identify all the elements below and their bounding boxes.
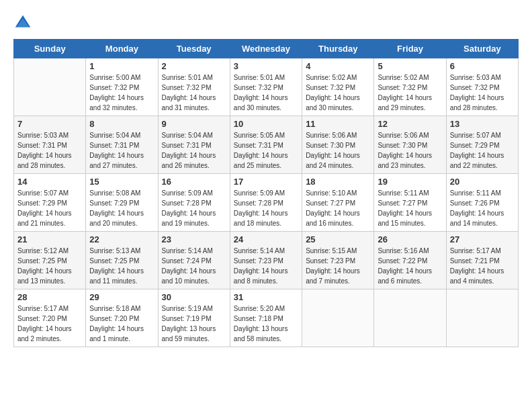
day-info: Sunrise: 5:14 AMSunset: 7:24 PMDaylight:… [162,246,226,286]
day-info: Sunrise: 5:03 AMSunset: 7:31 PMDaylight:… [17,130,82,171]
calendar-day-cell: 14Sunrise: 5:07 AMSunset: 7:29 PMDayligh… [14,174,86,232]
day-number: 23 [162,234,226,244]
weekday-header: Wednesday [230,40,302,58]
day-info: Sunrise: 5:17 AMSunset: 7:20 PMDaylight:… [17,304,82,344]
calendar-day-cell: 24Sunrise: 5:14 AMSunset: 7:23 PMDayligh… [230,232,302,289]
calendar-header: SundayMondayTuesdayWednesdayThursdayFrid… [14,40,519,58]
calendar-day-cell: 20Sunrise: 5:11 AMSunset: 7:26 PMDayligh… [446,174,518,232]
calendar-week-row: 21Sunrise: 5:12 AMSunset: 7:25 PMDayligh… [14,232,519,289]
day-info: Sunrise: 5:18 AMSunset: 7:20 PMDaylight:… [89,304,154,344]
day-number: 4 [306,61,370,71]
day-number: 7 [17,119,82,129]
day-number: 15 [89,177,154,187]
calendar-day-cell: 26Sunrise: 5:16 AMSunset: 7:22 PMDayligh… [374,232,446,289]
day-info: Sunrise: 5:10 AMSunset: 7:27 PMDaylight:… [306,188,370,228]
calendar-day-cell: 13Sunrise: 5:07 AMSunset: 7:29 PMDayligh… [446,116,518,174]
calendar-day-cell: 3Sunrise: 5:01 AMSunset: 7:32 PMDaylight… [230,58,302,116]
day-number: 2 [162,61,226,71]
day-info: Sunrise: 5:06 AMSunset: 7:30 PMDaylight:… [378,130,442,171]
calendar-day-cell: 16Sunrise: 5:09 AMSunset: 7:28 PMDayligh… [158,174,230,232]
calendar-day-cell: 4Sunrise: 5:02 AMSunset: 7:32 PMDaylight… [302,58,374,116]
calendar-day-cell: 10Sunrise: 5:05 AMSunset: 7:31 PMDayligh… [230,116,302,174]
calendar-day-cell: 23Sunrise: 5:14 AMSunset: 7:24 PMDayligh… [158,232,230,289]
weekday-header: Tuesday [158,40,230,58]
calendar-week-row: 7Sunrise: 5:03 AMSunset: 7:31 PMDaylight… [14,116,519,174]
day-info: Sunrise: 5:04 AMSunset: 7:31 PMDaylight:… [89,130,154,171]
day-info: Sunrise: 5:03 AMSunset: 7:32 PMDaylight:… [450,73,515,113]
day-info: Sunrise: 5:09 AMSunset: 7:28 PMDaylight:… [234,188,298,228]
day-info: Sunrise: 5:12 AMSunset: 7:25 PMDaylight:… [17,246,82,286]
day-info: Sunrise: 5:17 AMSunset: 7:21 PMDaylight:… [450,246,515,286]
calendar-day-cell: 30Sunrise: 5:19 AMSunset: 7:19 PMDayligh… [158,289,230,347]
weekday-header: Saturday [446,40,518,58]
calendar-day-cell: 12Sunrise: 5:06 AMSunset: 7:30 PMDayligh… [374,116,446,174]
day-info: Sunrise: 5:06 AMSunset: 7:30 PMDaylight:… [306,130,370,171]
day-number: 30 [162,292,226,302]
day-info: Sunrise: 5:08 AMSunset: 7:29 PMDaylight:… [89,188,154,228]
day-number: 10 [234,119,298,129]
day-number: 24 [234,234,298,244]
day-number: 16 [162,177,226,187]
logo [13,13,35,32]
calendar-day-cell [374,289,446,347]
weekday-header: Monday [86,40,158,58]
calendar-table: SundayMondayTuesdayWednesdayThursdayFrid… [13,39,519,347]
logo-icon [13,13,32,32]
day-number: 6 [450,61,515,71]
weekday-row: SundayMondayTuesdayWednesdayThursdayFrid… [14,40,519,58]
weekday-header: Friday [374,40,446,58]
calendar-day-cell: 5Sunrise: 5:02 AMSunset: 7:32 PMDaylight… [374,58,446,116]
day-info: Sunrise: 5:04 AMSunset: 7:31 PMDaylight:… [162,130,226,171]
day-number: 14 [17,177,82,187]
calendar-day-cell [14,58,86,116]
day-number: 18 [306,177,370,187]
calendar-day-cell [302,289,374,347]
day-info: Sunrise: 5:19 AMSunset: 7:19 PMDaylight:… [162,304,226,344]
day-number: 29 [89,292,154,302]
calendar-body: 1Sunrise: 5:00 AMSunset: 7:32 PMDaylight… [14,58,519,347]
day-info: Sunrise: 5:11 AMSunset: 7:27 PMDaylight:… [378,188,442,228]
calendar-day-cell: 7Sunrise: 5:03 AMSunset: 7:31 PMDaylight… [14,116,86,174]
calendar-day-cell: 11Sunrise: 5:06 AMSunset: 7:30 PMDayligh… [302,116,374,174]
day-number: 21 [17,234,82,244]
calendar-day-cell: 27Sunrise: 5:17 AMSunset: 7:21 PMDayligh… [446,232,518,289]
day-info: Sunrise: 5:05 AMSunset: 7:31 PMDaylight:… [234,130,298,171]
day-info: Sunrise: 5:09 AMSunset: 7:28 PMDaylight:… [162,188,226,228]
day-number: 3 [234,61,298,71]
day-info: Sunrise: 5:07 AMSunset: 7:29 PMDaylight:… [450,130,515,171]
day-number: 22 [89,234,154,244]
day-info: Sunrise: 5:02 AMSunset: 7:32 PMDaylight:… [378,73,442,113]
calendar-day-cell: 22Sunrise: 5:13 AMSunset: 7:25 PMDayligh… [86,232,158,289]
calendar-day-cell: 8Sunrise: 5:04 AMSunset: 7:31 PMDaylight… [86,116,158,174]
calendar-day-cell: 17Sunrise: 5:09 AMSunset: 7:28 PMDayligh… [230,174,302,232]
calendar-day-cell: 19Sunrise: 5:11 AMSunset: 7:27 PMDayligh… [374,174,446,232]
calendar-day-cell: 18Sunrise: 5:10 AMSunset: 7:27 PMDayligh… [302,174,374,232]
calendar-day-cell: 29Sunrise: 5:18 AMSunset: 7:20 PMDayligh… [86,289,158,347]
day-number: 31 [234,292,298,302]
day-info: Sunrise: 5:16 AMSunset: 7:22 PMDaylight:… [378,246,442,286]
day-number: 26 [378,234,442,244]
day-number: 12 [378,119,442,129]
day-info: Sunrise: 5:01 AMSunset: 7:32 PMDaylight:… [234,73,298,113]
calendar-day-cell: 15Sunrise: 5:08 AMSunset: 7:29 PMDayligh… [86,174,158,232]
day-number: 8 [89,119,154,129]
day-info: Sunrise: 5:00 AMSunset: 7:32 PMDaylight:… [89,73,154,113]
day-number: 27 [450,234,515,244]
calendar-week-row: 28Sunrise: 5:17 AMSunset: 7:20 PMDayligh… [14,289,519,347]
weekday-header: Thursday [302,40,374,58]
calendar-week-row: 14Sunrise: 5:07 AMSunset: 7:29 PMDayligh… [14,174,519,232]
day-info: Sunrise: 5:20 AMSunset: 7:18 PMDaylight:… [234,304,298,344]
day-info: Sunrise: 5:02 AMSunset: 7:32 PMDaylight:… [306,73,370,113]
day-number: 17 [234,177,298,187]
day-info: Sunrise: 5:15 AMSunset: 7:23 PMDaylight:… [306,246,370,286]
calendar-day-cell: 28Sunrise: 5:17 AMSunset: 7:20 PMDayligh… [14,289,86,347]
calendar-day-cell: 21Sunrise: 5:12 AMSunset: 7:25 PMDayligh… [14,232,86,289]
day-info: Sunrise: 5:01 AMSunset: 7:32 PMDaylight:… [162,73,226,113]
day-number: 20 [450,177,515,187]
day-info: Sunrise: 5:07 AMSunset: 7:29 PMDaylight:… [17,188,82,228]
day-number: 11 [306,119,370,129]
calendar-day-cell: 2Sunrise: 5:01 AMSunset: 7:32 PMDaylight… [158,58,230,116]
calendar-day-cell [446,289,518,347]
calendar-day-cell: 1Sunrise: 5:00 AMSunset: 7:32 PMDaylight… [86,58,158,116]
calendar-day-cell: 9Sunrise: 5:04 AMSunset: 7:31 PMDaylight… [158,116,230,174]
